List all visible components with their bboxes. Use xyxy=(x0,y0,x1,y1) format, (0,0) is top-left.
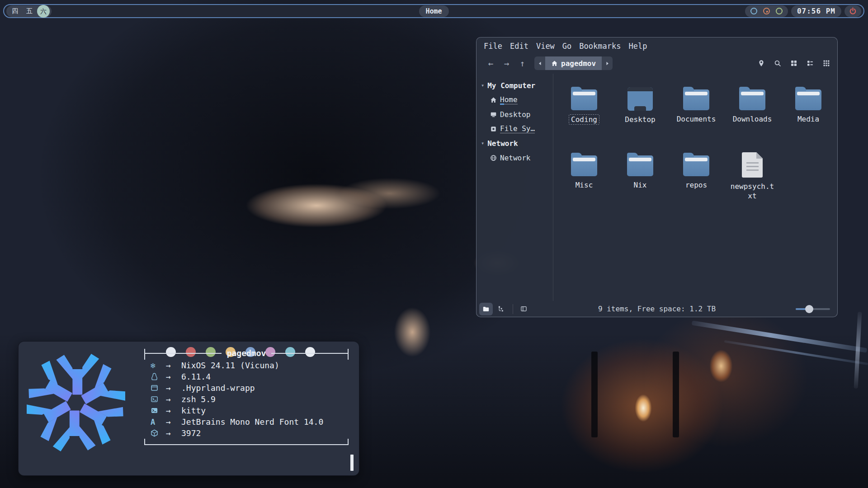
icon-view-button[interactable] xyxy=(790,60,797,67)
menu-go[interactable]: Go xyxy=(562,42,571,52)
sidebar-section-network[interactable]: ▾Network xyxy=(476,136,553,150)
file-item-coding[interactable]: Coding xyxy=(556,86,612,152)
path-segment-home[interactable]: pagedmov xyxy=(545,56,602,70)
toolbar-view-controls xyxy=(758,60,830,67)
chevron-down-icon: ▾ xyxy=(481,140,484,146)
indicator-circle[interactable] xyxy=(776,8,783,14)
arrow-icon: → xyxy=(166,372,181,381)
fetch-line-terminal: →kitty xyxy=(144,405,349,416)
file-item-nix[interactable]: Nix xyxy=(612,152,668,218)
fetch-line-text: 3972 xyxy=(181,428,201,438)
file-item-label: Downloads xyxy=(731,114,774,124)
status-indicators[interactable] xyxy=(745,5,788,17)
workspace-button-active[interactable]: 六 xyxy=(37,5,50,18)
nixos-logo xyxy=(27,353,125,452)
file-item-repos[interactable]: repos xyxy=(668,152,724,218)
sidebar-item-home[interactable]: Home xyxy=(476,93,553,107)
packages-icon xyxy=(151,429,166,437)
indicator-circle[interactable] xyxy=(763,8,770,14)
file-manager-window: FileEditViewGoBookmarksHelp ← → ↑ pagedm… xyxy=(476,37,838,317)
sidebar: ▾My ComputerHomeDesktopFile Sy…▾NetworkN… xyxy=(476,74,553,301)
fetch-box-top-border: pagedmov xyxy=(144,349,349,360)
places-pane-button[interactable] xyxy=(479,303,493,315)
file-item-misc[interactable]: Misc xyxy=(556,152,612,218)
menu-view[interactable]: View xyxy=(536,42,555,52)
path-scroll-right[interactable] xyxy=(602,56,613,70)
file-item-desktop[interactable]: Desktop xyxy=(612,86,668,152)
sidebar-section-my-computer[interactable]: ▾My Computer xyxy=(476,78,553,93)
top-bar: 四五六 Home 07:56 PM xyxy=(3,4,864,18)
workspace-button[interactable]: 四 xyxy=(8,7,22,15)
list-view-icon xyxy=(807,60,814,67)
arrow-icon: → xyxy=(166,406,181,415)
border-corner xyxy=(348,349,349,360)
fetch-lines: ❄→NixOS 24.11 (Vicuna)→6.11.4→.Hyprland-… xyxy=(144,360,349,439)
search-button[interactable] xyxy=(774,60,781,67)
window-body: ▾My ComputerHomeDesktopFile Sy…▾NetworkN… xyxy=(476,74,837,301)
file-item-newpsych-txt[interactable]: newpsych.txt xyxy=(724,152,780,218)
sidebar-item-desktop[interactable]: Desktop xyxy=(476,107,553,122)
forward-button[interactable]: → xyxy=(499,58,514,68)
tree-pane-button[interactable] xyxy=(494,303,508,315)
folder-icon xyxy=(739,89,765,110)
zoom-slider[interactable] xyxy=(796,305,830,313)
text-file-icon xyxy=(742,152,763,178)
fetch-line-text: 6.11.4 xyxy=(181,372,211,381)
statusbar-separator xyxy=(513,304,513,314)
power-icon xyxy=(849,7,857,15)
list-view-button[interactable] xyxy=(807,60,814,67)
sidebar-item-label: Desktop xyxy=(500,110,530,119)
sidebar-item-label: File Sy… xyxy=(500,124,535,133)
thumbnail-view-button[interactable] xyxy=(823,60,830,67)
wallpaper-light-streak xyxy=(692,320,868,352)
font-icon: A xyxy=(151,418,166,427)
folder-icon xyxy=(482,305,490,313)
indicator-circle[interactable] xyxy=(750,8,757,14)
workspace-switcher[interactable]: 四五六 xyxy=(6,5,52,17)
up-button[interactable]: ↑ xyxy=(514,58,530,68)
fetch-line-wm: →.Hyprland-wrapp xyxy=(144,382,349,394)
status-text: 9 items, Free space: 1.2 TB xyxy=(598,305,716,313)
back-button[interactable]: ← xyxy=(483,58,499,68)
folder-icon xyxy=(627,155,653,176)
power-button[interactable] xyxy=(844,5,861,17)
fetch-line-text: zsh 5.9 xyxy=(181,394,216,404)
menu-bar: FileEditViewGoBookmarksHelp xyxy=(476,38,837,53)
menu-edit[interactable]: Edit xyxy=(510,42,528,52)
fetch-hostname: pagedmov xyxy=(222,348,272,358)
file-item-downloads[interactable]: Downloads xyxy=(724,86,780,152)
workspace-button[interactable]: 五 xyxy=(23,7,36,15)
folder-icon xyxy=(571,89,597,110)
fetch-info: pagedmov ❄→NixOS 24.11 (Vicuna)→6.11.4→.… xyxy=(144,349,349,445)
menu-bookmarks[interactable]: Bookmarks xyxy=(579,42,621,52)
location-button[interactable] xyxy=(758,60,765,67)
home-icon xyxy=(551,60,558,67)
zoom-slider-handle[interactable] xyxy=(805,305,813,313)
border-corner xyxy=(144,349,145,360)
wallpaper-lantern-frame xyxy=(591,352,598,437)
clock: 07:56 PM xyxy=(791,5,841,17)
fetch-line-text: JetBrains Mono Nerd Font 14.0 xyxy=(181,417,323,427)
topbar-right-cluster: 07:56 PM xyxy=(745,5,861,17)
sidebar-item-filesy[interactable]: File Sy… xyxy=(476,122,553,136)
border-corner xyxy=(348,439,349,445)
grid-view-icon xyxy=(790,60,797,67)
file-item-label: Documents xyxy=(675,114,718,124)
globe-icon xyxy=(490,155,497,161)
path-scroll-left[interactable] xyxy=(534,56,545,70)
menu-help[interactable]: Help xyxy=(628,42,647,52)
sidebar-section-label: Network xyxy=(487,139,518,148)
sidebar-item-label: Home xyxy=(500,95,518,104)
fetch-line-nixos: ❄→NixOS 24.11 (Vicuna) xyxy=(144,360,349,371)
file-item-media[interactable]: Media xyxy=(780,86,836,152)
file-item-label: repos xyxy=(684,180,709,190)
fetch-line-packages: →3972 xyxy=(144,427,349,439)
side-pane-toggle-button[interactable] xyxy=(517,303,530,315)
active-window-title: Home xyxy=(419,5,448,17)
border-line xyxy=(145,353,222,354)
sidebar-item-network[interactable]: Network xyxy=(476,150,553,165)
monitor-icon xyxy=(490,111,497,118)
file-item-documents[interactable]: Documents xyxy=(668,86,724,152)
menu-file[interactable]: File xyxy=(484,42,502,52)
tree-icon xyxy=(498,305,505,312)
